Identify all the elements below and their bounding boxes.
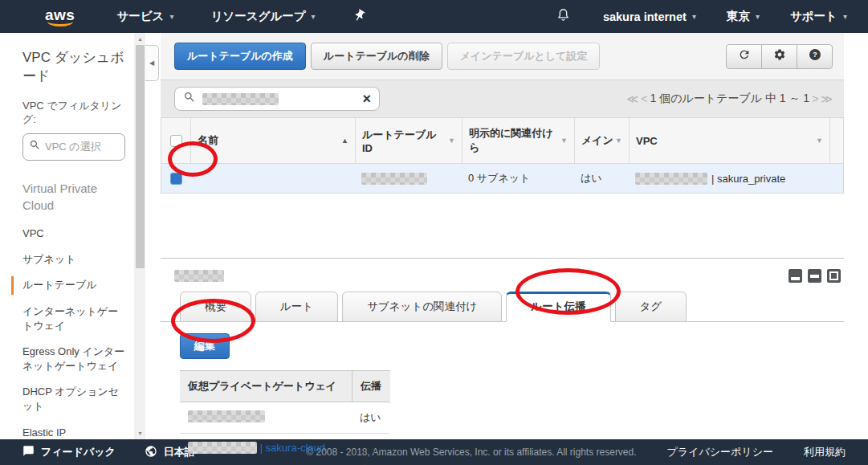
vpc-select-input[interactable] <box>45 141 117 153</box>
chevron-down-icon: ▾ <box>169 12 173 21</box>
scrollbar-thumb[interactable] <box>136 45 145 268</box>
sidebar-item-internet-gateways[interactable]: インターネットゲートウェイ <box>22 304 125 333</box>
vpc-select-box[interactable] <box>22 133 125 161</box>
filter-bar: × ≪ < 1 個のルートテーブル 中 1 ～ 1 > ≫ <box>161 80 844 117</box>
sidebar-scrollbar[interactable]: ▲ ▼ <box>134 33 145 439</box>
gateway-name-link[interactable]: | sakura-cloud <box>260 442 325 454</box>
sidebar: VPC ダッシュボード VPC でフィルタリング: Virtual Privat… <box>0 33 134 439</box>
scroll-up-icon[interactable]: ▲ <box>134 36 146 42</box>
refresh-button[interactable] <box>726 44 762 69</box>
tab-subnet-associations[interactable]: サブネットの関連付け <box>342 292 502 322</box>
redacted-vpc-id <box>635 173 707 185</box>
sidebar-item-dhcp-option-sets[interactable]: DHCP オプションセット <box>22 385 125 414</box>
pin-shortcut-button[interactable] <box>352 9 366 25</box>
row-main-cell: はい <box>574 164 629 193</box>
globe-icon <box>145 445 157 460</box>
pane-minimize-icon[interactable] <box>789 269 802 283</box>
tab-routes[interactable]: ルート <box>255 292 338 322</box>
column-header-main[interactable]: メイン ▼ <box>574 118 629 163</box>
chevron-down-icon: ▼ <box>615 137 622 145</box>
sidebar-item-subnets[interactable]: サブネット <box>22 252 125 267</box>
row-name-cell <box>190 164 355 193</box>
redacted-detail-title <box>174 270 224 282</box>
redacted-gateway-id <box>188 410 265 422</box>
detail-header <box>161 259 844 290</box>
nav-account-menu[interactable]: sakura internet ▾ <box>603 10 696 23</box>
chevron-down-icon: ▼ <box>560 137 568 145</box>
scroll-down-icon[interactable]: ▼ <box>134 430 146 436</box>
chevron-down-icon: ▾ <box>312 12 316 21</box>
tab-route-propagation[interactable]: ルート伝播 <box>506 292 610 322</box>
pane-size-controls <box>789 269 841 283</box>
nav-account-label: sakura internet <box>603 10 687 23</box>
column-header-route-table-id[interactable]: ルートテーブル ID ▼ <box>355 118 462 163</box>
column-header-propagation: 伝播 <box>352 371 390 402</box>
toolbar: ルートテーブルの作成 ルートテーブルの削除 メインテーブルとして設定 <box>161 33 844 80</box>
sort-ascending-icon: ▲ <box>341 137 348 145</box>
nav-services-label: サービス <box>116 9 164 24</box>
vpc-name-suffix: | sakura_private <box>711 173 785 185</box>
tab-tags[interactable]: タグ <box>615 292 687 322</box>
tab-summary[interactable]: 概要 <box>180 292 251 322</box>
propagation-table-header: 仮想プライベートゲートウェイ 伝播 <box>180 370 390 402</box>
delete-route-table-button[interactable]: ルートテーブルの削除 <box>311 43 442 70</box>
pagination-summary: 1 個のルートテーブル 中 1 ～ 1 <box>650 92 809 106</box>
main-panel: ◀ ルートテーブルの作成 ルートテーブルの削除 メインテーブルとして設定 <box>145 33 868 439</box>
bell-icon <box>556 7 571 26</box>
nav-region-menu[interactable]: 東京 ▾ <box>727 9 760 24</box>
svg-text:?: ? <box>813 50 817 59</box>
nav-support-menu[interactable]: サポート ▾ <box>790 9 847 24</box>
detail-tabs: 概要 ルート サブネットの関連付け ルート伝播 タグ <box>161 292 844 322</box>
clear-search-icon[interactable]: × <box>362 92 371 106</box>
table-row: | sakura-cloud いいえ <box>180 434 390 465</box>
navbar-right-group: sakura internet ▾ 東京 ▾ サポート ▾ <box>556 7 847 26</box>
aws-logo[interactable]: aws <box>45 7 75 27</box>
route-tables-table: 名前 ▲ ルートテーブル ID ▼ 明示的に関連付けら ▼ メイン ▼ <box>161 117 844 194</box>
chevron-down-icon: ▾ <box>756 12 760 21</box>
redacted-route-table-id <box>361 173 427 185</box>
chevron-down-icon: ▾ <box>843 12 847 21</box>
pane-maximize-icon[interactable] <box>827 269 841 283</box>
settings-button[interactable] <box>761 44 797 69</box>
nav-resource-groups-menu[interactable]: リソースグループ ▾ <box>210 9 315 24</box>
toolbar-icon-group: ? <box>726 44 833 69</box>
propagation-cell: はい <box>352 402 390 433</box>
column-header-name[interactable]: 名前 ▲ <box>190 118 355 163</box>
propagation-cell: いいえ <box>352 434 390 465</box>
sidebar-item-route-tables[interactable]: ルートテーブル <box>22 278 125 292</box>
selected-row-checkbox[interactable] <box>170 173 182 185</box>
pagination: ≪ < 1 個のルートテーブル 中 1 ～ 1 > ≫ <box>627 92 833 106</box>
sidebar-item-vpc[interactable]: VPC <box>22 226 125 241</box>
row-route-table-id-cell <box>355 164 462 193</box>
search-input[interactable]: × <box>174 87 380 111</box>
redacted-gateway-id <box>188 442 257 454</box>
gateway-cell: | sakura-cloud <box>180 434 352 465</box>
refresh-icon <box>738 48 751 64</box>
chevron-down-icon: ▼ <box>448 137 455 145</box>
column-header-vpc[interactable]: VPC ▼ <box>629 118 829 163</box>
row-vpc-cell: | sakura_private <box>629 164 829 193</box>
main-content: ルートテーブルの作成 ルートテーブルの削除 メインテーブルとして設定 <box>161 33 868 465</box>
column-header-empty <box>829 118 843 163</box>
feedback-button[interactable]: フィードバック <box>22 445 116 459</box>
edit-button[interactable]: 編集 <box>180 333 230 359</box>
pane-split-icon[interactable] <box>808 269 821 283</box>
gear-icon <box>773 48 786 64</box>
select-all-checkbox[interactable] <box>170 135 182 147</box>
sidebar-item-egress-only-gateways[interactable]: Egress Only インターネットゲートウェイ <box>22 345 125 373</box>
chevron-down-icon: ▼ <box>816 137 823 145</box>
sidebar-item-elastic-ip[interactable]: Elastic IP <box>22 426 125 439</box>
column-header-explicit-association[interactable]: 明示的に関連付けら ▼ <box>462 118 574 163</box>
edit-row: 編集 <box>161 322 844 362</box>
last-page-icon: ≫ <box>821 92 833 105</box>
table-row: はい <box>180 402 390 434</box>
row-explicit-cell: 0 サブネット <box>462 164 574 193</box>
notifications-button[interactable] <box>556 7 571 26</box>
create-route-table-button[interactable]: ルートテーブルの作成 <box>174 43 306 70</box>
sidebar-collapse-handle[interactable]: ◀ <box>145 45 159 81</box>
aws-logo-text: aws <box>45 7 75 22</box>
chevron-down-icon: ▾ <box>692 12 696 21</box>
nav-services-menu[interactable]: サービス ▾ <box>116 9 173 24</box>
table-row[interactable]: 0 サブネット はい | sakura_private <box>161 163 843 193</box>
help-button[interactable]: ? <box>797 44 833 69</box>
